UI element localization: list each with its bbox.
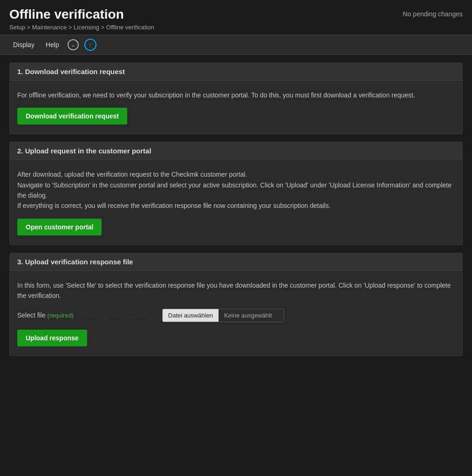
- open-customer-portal-button[interactable]: Open customer portal: [17, 219, 102, 235]
- chevron-down-icon: ⌄: [68, 39, 79, 50]
- file-no-selected-label: Keine ausgewählt: [219, 309, 284, 322]
- section-2-body: After download, upload the verification …: [10, 160, 462, 245]
- section-2-box: 2. Upload request in the customer portal…: [9, 142, 463, 245]
- section-3-description: In this form, use 'Select file' to selec…: [17, 280, 455, 301]
- toolbar: Display Help ⌄ ↑: [0, 34, 472, 55]
- required-label: (required): [48, 312, 74, 319]
- section-1-heading: 1. Download verification request: [10, 63, 462, 81]
- file-input-wrapper[interactable]: Datei auswählen Keine ausgewählt: [162, 309, 284, 322]
- upload-icon: ↑: [84, 39, 96, 51]
- display-button[interactable]: Display: [9, 39, 38, 50]
- section-3-heading: 3. Upload verification response file: [10, 253, 462, 271]
- dotted-line: ...............................: [75, 312, 157, 319]
- section-1-description: For offline verification, we need to ver…: [17, 90, 455, 100]
- upload-button[interactable]: ↑: [83, 38, 97, 52]
- chevron-down-button[interactable]: ⌄: [67, 38, 80, 51]
- main-content: 1. Download verification request For off…: [0, 55, 472, 364]
- section-3-body: In this form, use 'Select file' to selec…: [10, 271, 462, 356]
- section-1-body: For offline verification, we need to ver…: [10, 81, 462, 134]
- section-2-heading: 2. Upload request in the customer portal: [10, 142, 462, 160]
- upload-response-wrapper: Upload response: [17, 330, 455, 346]
- help-button[interactable]: Help: [42, 39, 63, 50]
- page-header: Offline verification Setup > Maintenance…: [0, 0, 472, 34]
- upload-response-button[interactable]: Upload response: [17, 330, 87, 346]
- file-choose-button[interactable]: Datei auswählen: [163, 309, 219, 322]
- section-3-box: 3. Upload verification response file In …: [9, 253, 463, 356]
- page-title: Offline verification: [9, 7, 154, 22]
- section-1-box: 1. Download verification request For off…: [9, 62, 463, 134]
- breadcrumb: Setup > Maintenance > Licensing > Offlin…: [9, 24, 154, 31]
- header-left: Offline verification Setup > Maintenance…: [9, 7, 154, 31]
- file-input-row: Select file (required) .................…: [17, 309, 455, 322]
- section-2-description: After download, upload the verification …: [17, 169, 455, 211]
- pending-status: No pending changes: [403, 10, 463, 18]
- download-verification-button[interactable]: Download verification request: [17, 108, 127, 124]
- file-label: Select file (required) .................…: [17, 311, 157, 319]
